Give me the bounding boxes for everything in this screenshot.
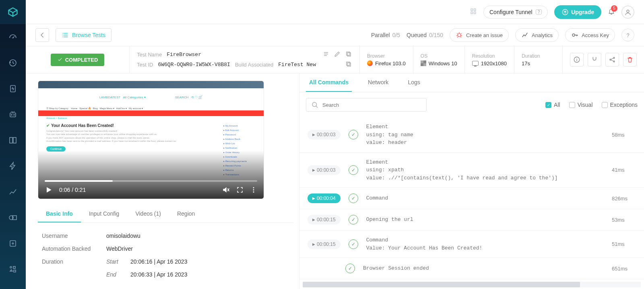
fullscreen-button[interactable] — [588, 53, 601, 67]
search-input[interactable] — [306, 98, 427, 112]
key-icon — [571, 31, 578, 39]
filter-exceptions[interactable]: Exceptions — [602, 102, 638, 108]
compare-icon[interactable] — [0, 127, 26, 153]
more-icon[interactable] — [250, 186, 257, 193]
timestamp-chip[interactable]: ▶00:00:04 — [308, 193, 341, 203]
avatar[interactable] — [621, 6, 634, 19]
info-tab-3[interactable]: Region — [169, 206, 203, 222]
command-text: Browser Session ended — [363, 264, 604, 272]
info-button[interactable] — [570, 53, 584, 67]
browse-tests-button[interactable]: Browse Tests — [56, 28, 111, 42]
list-icon — [62, 31, 69, 39]
copy-id-icon[interactable] — [345, 60, 352, 69]
right-pane: All CommandsNetworkLogs ✓All Visual Exce… — [299, 73, 644, 289]
left-rail — [0, 0, 26, 289]
test-id-value: 6W6QR-OQWR0-IW5WX-V8B8I — [158, 62, 230, 68]
build-value: FireTest New — [278, 62, 316, 68]
fullscreen-icon[interactable] — [236, 186, 244, 193]
command-row[interactable]: ▶00:00:03 ✓ Element using: tag name valu… — [299, 117, 644, 153]
windows-icon — [421, 60, 426, 66]
play-icon[interactable] — [45, 186, 53, 194]
test-name-label: Test Name — [137, 52, 162, 58]
topbar: Configure Tunnel ? Upgrade 5 — [26, 0, 644, 24]
success-icon: ✓ — [349, 193, 358, 203]
analytics-icon — [521, 31, 528, 39]
upgrade-button[interactable]: Upgrade — [554, 5, 601, 19]
info-tab-0[interactable]: Basic Info — [38, 206, 81, 222]
grid-icon[interactable] — [470, 8, 477, 17]
video-progress[interactable] — [45, 180, 257, 182]
svg-point-30 — [253, 191, 254, 193]
resolution-value: 1920x1080 — [472, 60, 507, 67]
info-tabs: Basic InfoInput ConfigVideos (1)Region — [38, 206, 293, 223]
filter-all[interactable]: ✓All — [545, 102, 560, 108]
success-icon: ✓ — [349, 165, 358, 175]
command-text: Element using: xpath value: .//*[contain… — [366, 158, 604, 182]
notification-count: 5 — [611, 5, 617, 12]
history-icon[interactable] — [0, 50, 26, 76]
mute-icon[interactable] — [222, 186, 230, 194]
analytics-button[interactable]: Analytics — [515, 28, 559, 42]
notifications-button[interactable]: 5 — [608, 8, 615, 17]
svg-point-4 — [14, 114, 14, 115]
chart-icon[interactable] — [0, 179, 26, 205]
bug-icon — [456, 31, 463, 39]
command-row[interactable]: ✓ Browser Session ended 651ms — [299, 258, 644, 279]
logo[interactable] — [0, 0, 26, 24]
svg-point-19 — [572, 34, 575, 36]
status-badge: COMPLETED — [51, 54, 105, 66]
apps-icon[interactable] — [0, 256, 26, 282]
command-text: Element using: tag name value: header — [366, 123, 604, 147]
filter-visual[interactable]: Visual — [569, 102, 593, 108]
bolt-icon[interactable] — [0, 153, 26, 179]
timestamp-chip[interactable]: ▶00:00:15 — [308, 239, 341, 249]
help-icon: ? — [536, 9, 542, 15]
info-tab-2[interactable]: Videos (1) — [127, 206, 169, 222]
cmd-tab-2[interactable]: Logs — [405, 73, 423, 92]
svg-rect-15 — [474, 12, 476, 14]
check-icon — [57, 57, 63, 62]
svg-point-17 — [627, 10, 629, 12]
command-duration: 53ms — [612, 217, 636, 223]
analytics-label: Analytics — [532, 32, 553, 38]
battery-icon[interactable] — [0, 76, 26, 102]
command-row[interactable]: ▶00:00:03 ✓ Element using: xpath value: … — [299, 153, 644, 188]
command-row[interactable]: ▶00:00:04 ✓ Command 826ms — [299, 188, 644, 209]
back-button[interactable] — [35, 28, 49, 42]
command-row[interactable]: ▶00:00:15 ✓ Opening the url 53ms — [299, 209, 644, 231]
list-icon[interactable] — [322, 50, 330, 59]
success-icon: ✓ — [349, 239, 358, 249]
configure-tunnel-button[interactable]: Configure Tunnel ? — [483, 6, 548, 19]
share-button[interactable] — [605, 53, 619, 67]
dashboard-icon[interactable] — [0, 24, 26, 50]
info-tab-1[interactable]: Input Config — [81, 206, 128, 222]
cmd-tab-0[interactable]: All Commands — [306, 73, 352, 92]
delete-button[interactable] — [623, 53, 637, 67]
edit-icon[interactable] — [334, 50, 341, 59]
access-key-label: Access Key — [582, 32, 609, 38]
horizontal-scrollbar[interactable] — [303, 282, 641, 287]
create-issue-label: Create an issue — [466, 32, 503, 38]
firefox-icon — [367, 60, 373, 66]
svg-rect-22 — [347, 63, 351, 66]
create-issue-button[interactable]: Create an issue — [450, 28, 509, 42]
robot-icon[interactable] — [0, 102, 26, 127]
video-player[interactable]: LAMBDATEST All Categories ▾ SEARCH ⟲ ♡ 🛒… — [38, 81, 264, 199]
help-button[interactable]: ? — [621, 29, 634, 42]
shape-icon[interactable] — [0, 205, 26, 231]
timestamp-chip[interactable]: ▶00:00:03 — [308, 130, 341, 139]
command-duration: 41ms — [612, 167, 636, 173]
svg-rect-14 — [471, 12, 473, 14]
svg-point-28 — [253, 187, 254, 188]
command-row[interactable]: ▶00:00:15 ✓ Command Value: Your Account … — [299, 231, 644, 258]
access-key-button[interactable]: Access Key — [565, 28, 615, 42]
svg-rect-12 — [471, 9, 473, 11]
copy-icon[interactable] — [345, 50, 352, 59]
command-list: ▶00:00:03 ✓ Element using: tag name valu… — [299, 117, 644, 282]
cmd-tab-1[interactable]: Network — [365, 73, 392, 92]
browser-value: Firefox 103.0 — [367, 60, 406, 67]
search-icon — [311, 101, 318, 108]
timestamp-chip[interactable]: ▶00:00:15 — [308, 215, 341, 225]
add-icon[interactable] — [0, 231, 26, 256]
timestamp-chip[interactable]: ▶00:00:03 — [308, 165, 341, 175]
